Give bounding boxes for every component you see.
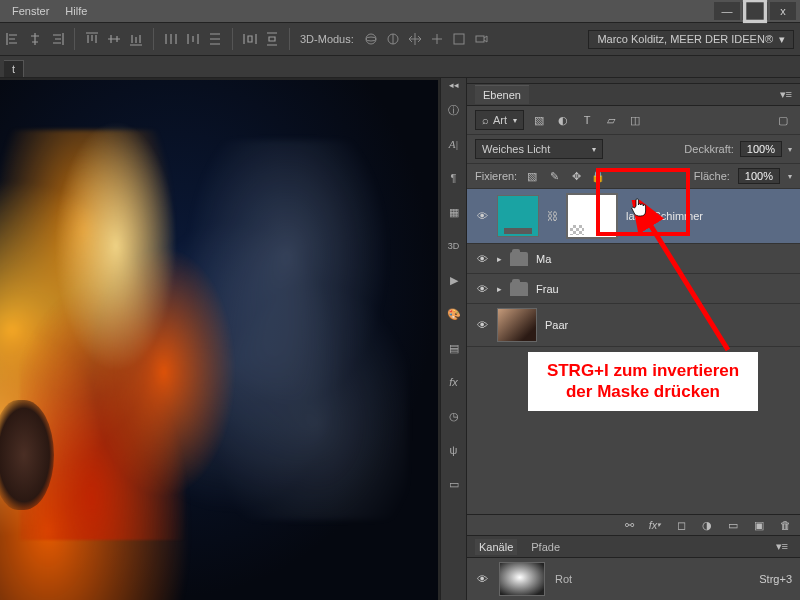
annotation-text-2: der Maske drücken [566,382,720,401]
brand-dropdown[interactable]: Marco Kolditz, MEER DER IDEEN® ▾ [588,30,794,49]
timeline-panel-icon[interactable]: ▶ [446,272,462,288]
fx-panel-icon[interactable]: fx [446,374,462,390]
menu-hilfe[interactable]: Hilfe [65,5,87,17]
cursor-hand-icon [630,196,650,218]
align-middle-icon[interactable] [107,32,121,46]
threeD-panel-icon[interactable]: 3D [446,238,462,254]
channels-panel-menu-icon[interactable]: ▾≡ [772,538,792,555]
svg-point-2 [366,37,376,41]
link-mask-icon[interactable]: ⛓ [547,210,558,222]
swatches-panel-icon[interactable]: ▦ [446,204,462,220]
align-right-icon[interactable] [50,32,64,46]
new-group-icon[interactable]: ▭ [726,518,740,532]
layers-panel-menu-icon[interactable]: ▾≡ [780,88,792,101]
opacity-dropdown-icon[interactable]: ▾ [788,145,792,154]
visibility-toggle-icon[interactable]: 👁 [475,252,489,266]
paths-tab[interactable]: Pfade [527,539,564,555]
opacity-label: Deckkraft: [684,143,734,155]
camera-3d-icon[interactable] [474,32,488,46]
character-panel-icon[interactable]: A| [446,136,462,152]
filter-text-icon[interactable]: T [578,111,596,129]
delete-layer-icon[interactable]: 🗑 [778,518,792,532]
lock-fill-row: Fixieren: ▧ ✎ ✥ 🔒 Fläche: 100% ▾ [467,164,800,189]
twist-right-icon[interactable]: ▸ [497,284,502,294]
opacity-value[interactable]: 100% [740,141,782,157]
channel-row-rot[interactable]: 👁 Rot Strg+3 [467,558,800,600]
lock-position-icon[interactable]: ✥ [569,169,583,183]
info-panel-icon[interactable]: ⓘ [446,102,462,118]
lock-label: Fixieren: [475,170,517,182]
folder-icon [510,252,528,266]
history-panel-icon[interactable]: ◷ [446,408,462,424]
svg-point-1 [366,34,376,44]
channels-tab[interactable]: Kanäle [475,539,517,555]
layer-group-frau[interactable]: 👁 ▸ Frau [467,274,800,304]
slide-3d-icon[interactable] [430,32,444,46]
add-mask-icon[interactable]: ◻ [674,518,688,532]
styles-panel-icon[interactable]: ▤ [446,340,462,356]
canvas-area[interactable] [0,78,440,600]
lock-all-icon[interactable]: 🔒 [591,169,605,183]
fx-menu-icon[interactable]: fx▾ [648,518,662,532]
window-maximize-button[interactable] [742,2,768,20]
orbit-3d-icon[interactable] [364,32,378,46]
distribute-space-icon[interactable] [243,32,257,46]
lock-brush-icon[interactable]: ✎ [547,169,561,183]
channel-thumbnail [499,562,545,596]
layer-thumbnail[interactable] [497,195,539,237]
window-controls: — x [714,2,796,20]
document-tab[interactable]: t [4,60,24,77]
filter-shape-icon[interactable]: ▱ [602,111,620,129]
svg-rect-5 [476,36,484,42]
color-panel-icon[interactable]: 🎨 [446,306,462,322]
layer-filter-value: Art [493,114,507,126]
window-minimize-button[interactable]: — [714,2,740,20]
visibility-toggle-icon[interactable]: 👁 [475,209,489,223]
lock-pixels-icon[interactable]: ▧ [525,169,539,183]
align-center-h-icon[interactable] [28,32,42,46]
paragraph-panel-icon[interactable]: ¶ [446,170,462,186]
layer-filter-dropdown[interactable]: ⌕ Art ▾ [475,110,524,130]
distribute-space-v-icon[interactable] [265,32,279,46]
chevron-down-icon: ▾ [779,33,785,46]
fill-label: Fläche: [694,170,730,182]
layer-group-ma[interactable]: 👁 ▸ Ma [467,244,800,274]
window-close-button[interactable]: x [770,2,796,20]
layers-tab[interactable]: Ebenen [475,85,529,104]
device-panel-icon[interactable]: ψ [446,442,462,458]
align-left-icon[interactable] [6,32,20,46]
visibility-toggle-icon[interactable]: 👁 [475,572,489,586]
pan-3d-icon[interactable] [408,32,422,46]
scale-3d-icon[interactable] [452,32,466,46]
align-group [6,32,64,46]
blend-mode-dropdown[interactable]: Weiches Licht ▾ [475,139,603,159]
distribute-h-icon[interactable] [164,32,178,46]
visibility-toggle-icon[interactable]: 👁 [475,282,489,296]
new-adjustment-icon[interactable]: ◑ [700,518,714,532]
layer-thumbnail[interactable] [497,308,537,342]
distribute-center-icon[interactable] [186,32,200,46]
twist-right-icon[interactable]: ▸ [497,254,502,264]
panel-collapse-strip[interactable] [467,78,800,84]
collapse-toggle-icon[interactable]: ◂◂ [449,80,459,90]
filter-smart-icon[interactable]: ◫ [626,111,644,129]
filter-toggle-icon[interactable]: ▢ [774,111,792,129]
fill-dropdown-icon[interactable]: ▾ [788,172,792,181]
distribute-v-icon[interactable] [208,32,222,46]
notes-panel-icon[interactable]: ▭ [446,476,462,492]
fill-value[interactable]: 100% [738,168,780,184]
layer-mask-thumbnail[interactable] [566,193,618,239]
layers-bottom-toolbar: ⚯ fx▾ ◻ ◑ ▭ ▣ 🗑 [467,514,800,535]
align-top-icon[interactable] [85,32,99,46]
link-layers-icon[interactable]: ⚯ [622,518,636,532]
visibility-toggle-icon[interactable]: 👁 [475,318,489,332]
filter-pixel-icon[interactable]: ▧ [530,111,548,129]
menu-fenster[interactable]: Fenster [12,5,49,17]
layer-paar[interactable]: 👁 Paar [467,304,800,347]
channels-panel-header: Kanäle Pfade ▾≡ [467,536,800,558]
new-layer-icon[interactable]: ▣ [752,518,766,532]
roll-3d-icon[interactable] [386,32,400,46]
align-bottom-icon[interactable] [129,32,143,46]
filter-adjust-icon[interactable]: ◐ [554,111,572,129]
layer-name: Paar [545,319,568,331]
